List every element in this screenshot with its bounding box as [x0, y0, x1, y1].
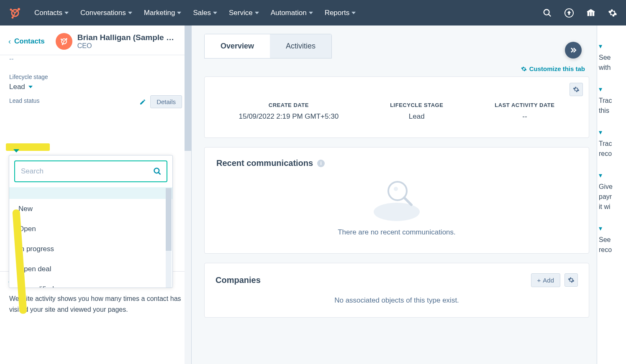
svg-line-8: [549, 14, 551, 16]
nav-service[interactable]: Service: [229, 9, 259, 17]
marketplace-icon[interactable]: [586, 8, 596, 18]
customize-row: Customize this tab: [204, 59, 589, 76]
empty-text: There are no recent communications.: [338, 228, 456, 237]
lead-status-row: Lead status Details: [0, 95, 191, 108]
search-icon: [153, 167, 162, 176]
chevron-down-icon: [28, 86, 33, 88]
website-activity-body: Website activity shows you how many time…: [0, 293, 191, 323]
nav-reports[interactable]: Reports: [325, 9, 356, 17]
dropdown-list: New Open In progress Open deal Unqualifi…: [9, 187, 172, 288]
right-panel: ▾ See with ▾ Trac this ▾ Trac reco ▾ Giv…: [597, 25, 626, 364]
lead-status-label: Lead status: [9, 97, 139, 104]
chevron-down-icon: ▾: [599, 224, 602, 232]
empty-state: There are no recent communications.: [205, 172, 589, 253]
hubspot-logo[interactable]: [8, 6, 22, 20]
dropdown-search-input[interactable]: [14, 160, 167, 182]
chevron-down-icon: [351, 12, 356, 14]
add-company-button[interactable]: +Add: [531, 273, 560, 287]
stat-lifecycle: LIFECYCLE STAGE Lead: [390, 102, 443, 121]
chevron-down-icon: [309, 12, 313, 14]
top-nav: Contacts Conversations Marketing Sales S…: [0, 0, 626, 25]
right-section-toggle[interactable]: ▾: [599, 85, 624, 93]
chevron-down-icon: ▾: [599, 42, 602, 50]
empty-illustration: [372, 176, 422, 222]
stat-last-activity: LAST ACTIVITY DATE --: [495, 102, 554, 121]
card-settings-button[interactable]: [570, 83, 583, 96]
breadcrumb-text: Contacts: [14, 37, 45, 46]
lifecycle-label: Lifecycle stage: [9, 74, 182, 80]
card-settings-button[interactable]: [564, 273, 578, 287]
nav-right: [542, 8, 618, 18]
chevron-down-icon: [177, 12, 181, 14]
settings-icon[interactable]: [608, 8, 618, 18]
chevron-down-icon: ▾: [599, 85, 602, 93]
customize-tab-link[interactable]: Customize this tab: [521, 65, 585, 72]
lifecycle-value[interactable]: Lead: [9, 83, 182, 91]
dropdown-option-open-deal[interactable]: Open deal: [9, 259, 172, 279]
nav-items: Contacts Conversations Marketing Sales S…: [34, 9, 542, 17]
stat-create-date: CREATE DATE 15/09/2022 2:19 PM GMT+5:30: [239, 102, 339, 121]
pencil-icon[interactable]: [139, 99, 146, 105]
chevron-down-icon: [128, 12, 132, 14]
gear-icon: [521, 66, 527, 72]
right-section-toggle[interactable]: ▾: [599, 42, 624, 50]
scrollbar-thumb[interactable]: [185, 25, 191, 151]
right-section-toggle[interactable]: ▾: [599, 128, 624, 136]
nav-contacts[interactable]: Contacts: [34, 9, 69, 17]
chevron-down-icon: ▾: [599, 171, 602, 179]
card-stats: CREATE DATE 15/09/2022 2:19 PM GMT+5:30 …: [204, 76, 589, 138]
chevron-down-icon: [255, 12, 259, 14]
search-icon[interactable]: [542, 8, 552, 18]
svg-point-7: [544, 9, 549, 15]
svg-point-22: [374, 203, 420, 221]
collapse-panel-button[interactable]: [565, 42, 582, 59]
dropdown-option-unqualified[interactable]: Unqualified: [9, 279, 172, 288]
recent-comms-title: Recent communications: [216, 158, 313, 168]
chevron-left-icon: ‹: [8, 37, 11, 46]
nav-sales[interactable]: Sales: [193, 9, 217, 17]
chevron-down-icon: [213, 12, 217, 14]
nav-conversations[interactable]: Conversations: [80, 9, 132, 17]
annotation-highlight: [6, 143, 50, 151]
placeholder-value: --: [0, 55, 191, 67]
chevron-down-icon: ▾: [599, 128, 602, 136]
scrollbar-thumb[interactable]: [166, 188, 172, 251]
svg-point-20: [154, 168, 159, 173]
avatar[interactable]: [56, 33, 72, 50]
breadcrumb[interactable]: ‹ Contacts Brian Halligan (Sample C... C…: [0, 25, 191, 55]
dropdown-option-blank[interactable]: [9, 187, 172, 199]
companies-title: Companies: [216, 275, 261, 285]
tab-activities[interactable]: Activities: [270, 34, 331, 58]
plus-icon: +: [537, 277, 541, 284]
right-section-toggle[interactable]: ▾: [599, 224, 624, 232]
lifecycle-stage-block: Lifecycle stage Lead: [0, 67, 191, 95]
info-icon[interactable]: i: [317, 160, 325, 167]
main-panel: Overview Activities Customize this tab C…: [192, 25, 597, 364]
dropdown-option-open[interactable]: Open: [9, 219, 172, 239]
nav-marketing[interactable]: Marketing: [144, 9, 182, 17]
card-companies: Companies +Add No associated objects of …: [204, 263, 589, 318]
companies-empty: No associated objects of this type exist…: [205, 292, 589, 317]
dropdown-option-new[interactable]: New: [9, 199, 172, 219]
lead-status-dropdown: New Open In progress Open deal Unqualifi…: [9, 155, 173, 288]
nav-automation[interactable]: Automation: [271, 9, 313, 17]
left-panel: ‹ Contacts Brian Halligan (Sample C... C…: [0, 25, 192, 364]
card-recent-communications: Recent communications i There are no rec…: [204, 147, 589, 254]
tab-overview[interactable]: Overview: [205, 34, 270, 58]
caret-down-icon[interactable]: [13, 149, 19, 153]
upgrade-icon[interactable]: [564, 8, 574, 18]
tabs: Overview Activities: [204, 34, 332, 59]
chevron-down-icon: [64, 12, 69, 14]
contact-title: CEO: [77, 42, 178, 50]
dropdown-option-in-progress[interactable]: In progress: [9, 239, 172, 259]
svg-line-21: [159, 173, 161, 175]
svg-point-25: [394, 187, 398, 191]
right-section-toggle[interactable]: ▾: [599, 171, 624, 179]
details-button[interactable]: Details: [150, 95, 182, 108]
contact-name: Brian Halligan (Sample C...: [77, 33, 178, 42]
